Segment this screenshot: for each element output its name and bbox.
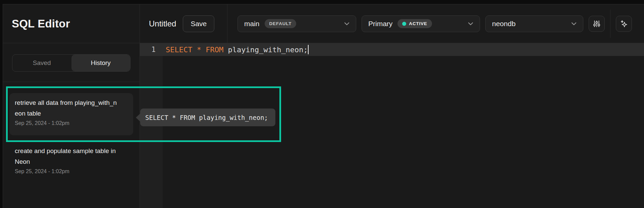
compute-dropdown[interactable]: Primary ACTIVE bbox=[362, 15, 480, 32]
tooltip-text: SELECT * FROM playing_with_neon; bbox=[145, 114, 268, 121]
database-dropdown[interactable]: neondb bbox=[485, 15, 583, 32]
history-item[interactable]: create and populate sample table in Neon… bbox=[9, 146, 140, 175]
sql-editor-window: SQL Editor Untitled Save main DEFAULT Pr… bbox=[3, 4, 644, 208]
sliders-icon bbox=[592, 19, 601, 28]
query-name-section: Untitled Save bbox=[140, 4, 227, 43]
sql-keyword-token: SELECT * FROM bbox=[166, 46, 228, 54]
save-button[interactable]: Save bbox=[183, 15, 214, 32]
tab-history[interactable]: History bbox=[71, 55, 130, 71]
branch-dropdown[interactable]: main DEFAULT bbox=[237, 15, 356, 32]
chevron-down-icon bbox=[468, 22, 473, 25]
main-body: Saved History retrieve all data from pla… bbox=[3, 43, 644, 208]
page-title: SQL Editor bbox=[12, 17, 70, 30]
active-badge-label: ACTIVE bbox=[409, 21, 427, 26]
settings-sliders-button[interactable] bbox=[589, 16, 605, 32]
sidebar: Saved History retrieve all data from pla… bbox=[3, 43, 140, 208]
tab-saved[interactable]: Saved bbox=[12, 55, 71, 71]
query-name-label[interactable]: Untitled bbox=[149, 19, 176, 28]
history-item-timestamp: Sep 25, 2024 - 1:02pm bbox=[15, 120, 133, 126]
history-item-title: create and populate sample table in Neon bbox=[15, 146, 117, 167]
history-query-tooltip: SELECT * FROM playing_with_neon; bbox=[140, 109, 275, 126]
status-dot-icon bbox=[402, 22, 406, 26]
sparkles-icon bbox=[620, 19, 628, 28]
sql-identifier-token: playing_with_neon; bbox=[228, 46, 308, 54]
text-cursor bbox=[308, 45, 309, 54]
ai-assistant-button[interactable] bbox=[616, 16, 632, 32]
database-dropdown-value: neondb bbox=[492, 20, 516, 28]
history-item-selected[interactable]: retrieve all data from playing_with_neon… bbox=[9, 93, 133, 135]
branch-dropdown-value: main bbox=[244, 20, 260, 28]
title-section: SQL Editor bbox=[3, 4, 140, 43]
code-line[interactable]: SELECT * FROM playing_with_neon; bbox=[163, 45, 309, 54]
active-badge: ACTIVE bbox=[397, 19, 432, 28]
header: SQL Editor Untitled Save main DEFAULT Pr… bbox=[3, 4, 644, 43]
line-number: 1 bbox=[140, 46, 163, 54]
history-item-title: retrieve all data from playing_with_neon… bbox=[15, 97, 117, 119]
header-divider bbox=[610, 10, 610, 38]
chevron-down-icon bbox=[571, 22, 577, 25]
sidebar-tabs: Saved History bbox=[12, 54, 130, 72]
chevron-down-icon bbox=[344, 22, 350, 25]
history-item-timestamp: Sep 25, 2024 - 1:02pm bbox=[15, 168, 140, 175]
compute-dropdown-value: Primary bbox=[368, 20, 392, 28]
editor-active-line[interactable]: 1 SELECT * FROM playing_with_neon; bbox=[140, 43, 644, 56]
history-list: retrieve all data from playing_with_neon… bbox=[3, 82, 140, 175]
header-controls: main DEFAULT Primary ACTIVE neondb bbox=[227, 4, 644, 43]
default-badge: DEFAULT bbox=[265, 19, 297, 28]
